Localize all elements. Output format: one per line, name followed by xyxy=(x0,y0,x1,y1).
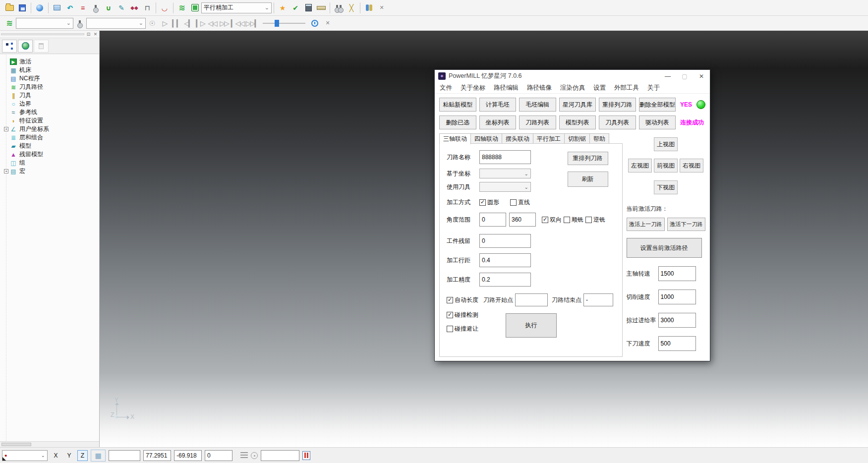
tool-library-button[interactable]: 星河刀具库 xyxy=(559,98,596,112)
tab-parallel[interactable]: 平行加工 xyxy=(533,133,565,144)
status-field-empty-2[interactable] xyxy=(261,450,299,461)
circle-checkbox[interactable]: 圆形 xyxy=(479,198,499,207)
plunge-rate-input[interactable] xyxy=(658,336,696,351)
tree-item-macros[interactable]: +▤宏 xyxy=(3,167,99,175)
climb-checkbox[interactable]: 顺铣 xyxy=(564,216,583,224)
simulation-icon[interactable]: ◡ xyxy=(158,1,171,14)
tab-help[interactable]: 帮助 xyxy=(589,133,609,144)
collision-avoid-checkbox[interactable]: 碰撞避让 xyxy=(447,325,478,333)
start-point-input[interactable] xyxy=(515,293,548,306)
activate-next-button[interactable]: 激活下一刀路 xyxy=(667,218,705,231)
conventional-checkbox[interactable]: 逆铣 xyxy=(585,216,605,224)
block-edit-button[interactable]: 毛坯编辑 xyxy=(519,98,556,112)
step-forward-button[interactable]: ▎▷ xyxy=(194,17,206,30)
toolpath-name-input[interactable] xyxy=(479,150,531,164)
boundary-edit-icon[interactable]: ✎ xyxy=(115,1,128,14)
minimize-icon[interactable]: — xyxy=(659,70,676,82)
view-front-button[interactable]: 前视图 xyxy=(654,159,678,173)
rearrange-toolpaths-button[interactable]: 重排列刀路 xyxy=(599,98,636,112)
dialog-titlebar[interactable]: ✦ PowerMILL 忆梦星河 7.0.6 — ▢ ✕ xyxy=(435,70,710,82)
toolpath-icon[interactable]: ≋ xyxy=(175,1,188,14)
tree-item-groups[interactable]: ◫组 xyxy=(3,159,99,167)
play-button[interactable]: ▷ xyxy=(159,17,171,30)
menu-about[interactable]: 关于 xyxy=(647,84,660,92)
view-left-button[interactable]: 左视图 xyxy=(628,159,652,173)
rapid-moves-icon[interactable]: ↶ xyxy=(63,1,76,14)
set-active-path-button[interactable]: 设置当前激活路径 xyxy=(627,238,702,258)
view-right-button[interactable]: 右视图 xyxy=(680,159,703,173)
expand-icon[interactable]: + xyxy=(4,127,8,131)
tree-item-workplanes[interactable]: +∠用户坐标系 xyxy=(3,125,99,133)
status-combo[interactable]: ● ⌄ xyxy=(2,450,48,461)
go-end-button[interactable]: ▷▷▎ xyxy=(245,17,260,30)
maximize-icon[interactable]: ▢ xyxy=(676,70,693,82)
tree-item-patterns[interactable]: ≈参考线 xyxy=(3,108,99,116)
angle-end-input[interactable] xyxy=(509,213,536,227)
axis-y-button[interactable]: Y xyxy=(64,450,74,461)
tool-select[interactable]: ⌄ xyxy=(479,182,531,192)
coord-z-field[interactable]: 0 xyxy=(205,450,232,461)
bidirectional-checkbox[interactable]: 双向 xyxy=(542,216,562,224)
view-bottom-button[interactable]: 下视图 xyxy=(654,180,678,194)
angle-start-input[interactable] xyxy=(479,213,506,227)
paste-model-button[interactable]: 粘贴新模型 xyxy=(439,98,476,112)
toolpath-icon[interactable]: ≋ xyxy=(3,17,16,30)
menu-coords[interactable]: 关于坐标 xyxy=(461,84,485,92)
rewind-button[interactable]: ◁◁ xyxy=(206,17,218,30)
go-start-button[interactable]: ▎◁◁ xyxy=(230,17,245,30)
view-top-button[interactable]: 上视图 xyxy=(654,137,678,151)
lightbulb-icon[interactable]: ☉ xyxy=(146,17,159,30)
clamp-icon[interactable]: ∪ xyxy=(102,1,115,14)
tab-3axis[interactable]: 三轴联动 xyxy=(439,133,471,144)
menu-file[interactable]: 文件 xyxy=(440,84,452,92)
status-field-empty[interactable] xyxy=(109,450,140,461)
tab-saw[interactable]: 切割锯 xyxy=(564,133,590,144)
panel-scrollbar[interactable] xyxy=(1,33,84,35)
axis-x-button[interactable]: X xyxy=(51,450,61,461)
strategy-list-icon[interactable] xyxy=(188,1,201,14)
skim-rate-input[interactable] xyxy=(658,313,696,328)
trash-tab[interactable] xyxy=(34,40,49,53)
toolbar-close-icon[interactable]: ✕ xyxy=(321,17,334,30)
tool-holder-icon[interactable]: ⊓ xyxy=(141,1,154,14)
open-project-icon[interactable] xyxy=(3,1,16,14)
close-panel-icon[interactable]: ✕ xyxy=(93,32,98,37)
pause-button[interactable]: ▎▎ xyxy=(171,17,182,30)
save-project-icon[interactable] xyxy=(16,1,29,14)
tree-item-tools[interactable]: ∥刀具 xyxy=(3,91,99,100)
toolbar-close-icon[interactable]: ✕ xyxy=(375,1,388,14)
activate-prev-button[interactable]: 激活上一刀路 xyxy=(627,218,665,231)
measure-icon[interactable] xyxy=(315,1,328,14)
tree-item-feature-sets[interactable]: ◗特征设置 xyxy=(3,116,99,125)
probe-target-icon[interactable] xyxy=(251,452,258,459)
step-back-button[interactable]: ◁▎ xyxy=(182,17,194,30)
cutting-speed-input[interactable] xyxy=(658,289,696,304)
coord-y-field[interactable]: -69.918 xyxy=(174,450,202,461)
explorer-tree-tab[interactable] xyxy=(2,40,17,53)
web-tab[interactable] xyxy=(18,40,33,53)
clock-icon[interactable] xyxy=(308,17,321,30)
tab-4axis[interactable]: 四轴联动 xyxy=(470,133,502,144)
fast-forward-button[interactable]: ▷▷ xyxy=(218,17,230,30)
tree-item-machine[interactable]: ▦机床 xyxy=(3,66,99,74)
coord-list-button[interactable]: 坐标列表 xyxy=(479,116,517,129)
coord-select[interactable]: ⌄ xyxy=(479,169,531,178)
end-point-input[interactable] xyxy=(583,293,613,306)
menu-settings[interactable]: 设置 xyxy=(593,84,606,92)
toolpath-select[interactable]: ⌄ xyxy=(16,18,73,29)
auto-length-checkbox[interactable]: 自动长度 xyxy=(447,296,478,304)
feed-rate-icon[interactable]: ≡ xyxy=(76,1,89,14)
model-list-button[interactable]: 模型列表 xyxy=(559,116,596,129)
coord-x-field[interactable]: 77.2951 xyxy=(143,450,171,461)
tool-list-button[interactable]: 刀具列表 xyxy=(599,116,636,129)
tree-item-levels[interactable]: ≣层和组合 xyxy=(3,133,99,142)
refresh-button[interactable]: 刷新 xyxy=(568,172,608,187)
tolerance-input[interactable] xyxy=(479,273,531,287)
delete-all-models-button[interactable]: 删除全部模型 xyxy=(639,98,676,112)
stock-input[interactable] xyxy=(479,234,531,248)
calc-block-button[interactable]: 计算毛坯 xyxy=(479,98,517,112)
tree-item-models[interactable]: ▰模型 xyxy=(3,142,99,150)
pattern-icon[interactable]: ◆◆ xyxy=(128,1,141,14)
grid-snap-button[interactable]: ▦ xyxy=(91,450,106,462)
delete-selected-button[interactable]: 删除已选 xyxy=(439,116,476,129)
